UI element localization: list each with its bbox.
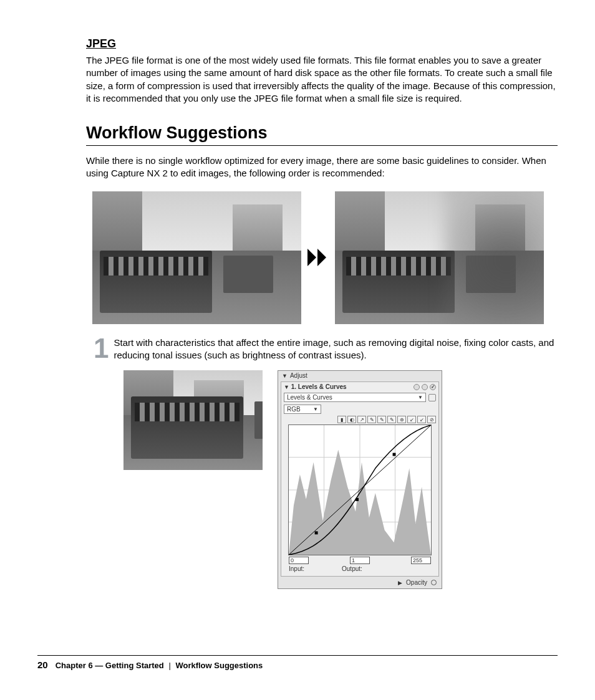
photo-before — [92, 191, 301, 324]
output-label: Output: — [342, 565, 362, 572]
opacity-row[interactable]: ▶ Opacity — [278, 578, 442, 588]
dropdown-label: Levels & Curves — [287, 394, 332, 401]
svg-rect-11 — [393, 453, 396, 456]
levels-curves-section: ▼ 1. Levels & Curves ✓ Levels & Curves ▼… — [281, 381, 439, 577]
io-labels: Input: Output: — [289, 565, 431, 572]
gamma[interactable]: 1 — [350, 557, 370, 564]
photo-after — [335, 191, 544, 324]
tool-icon[interactable]: ✎ — [367, 416, 376, 423]
page-footer: 20 Chapter 6 — Getting Started | Workflo… — [37, 655, 558, 670]
input-min[interactable]: 0 — [289, 557, 309, 564]
histogram-curve[interactable] — [288, 424, 432, 555]
step-1: 1 Start with characteristics that affect… — [86, 335, 558, 362]
disclosure-triangle-icon[interactable]: ▼ — [284, 384, 289, 390]
triangle-right-icon: ▶ — [398, 580, 402, 586]
tool-icon[interactable]: ⊘ — [427, 416, 436, 423]
reset-icon[interactable] — [428, 394, 436, 401]
step-text: Start with characteristics that affect t… — [114, 335, 558, 362]
opacity-label: Opacity — [406, 579, 427, 586]
footer-section: Workflow Suggestions — [175, 661, 263, 670]
input-label: Input: — [289, 565, 304, 572]
figure-row-before-after — [86, 191, 558, 324]
photo-edited — [123, 370, 263, 470]
adjust-panel: ▼ Adjust ▼ 1. Levels & Curves ✓ Levels &… — [278, 370, 442, 589]
tool-icon[interactable]: ⊕ — [397, 416, 406, 423]
jpeg-heading: JPEG — [86, 37, 558, 50]
opacity-toggle[interactable] — [431, 580, 437, 585]
tool-icon[interactable]: ↗ — [357, 416, 366, 423]
svg-marker-0 — [307, 249, 316, 266]
channel-dropdown[interactable]: RGB ▼ — [284, 405, 321, 414]
tool-icon[interactable]: ↙ — [417, 416, 426, 423]
chevron-down-icon: ▼ — [313, 406, 318, 412]
tool-icon[interactable]: ↙ — [407, 416, 416, 423]
tool-icon[interactable]: ◐ — [347, 416, 356, 423]
adjustment-type-dropdown[interactable]: Levels & Curves ▼ — [284, 393, 426, 402]
adjust-label: Adjust — [290, 372, 307, 379]
step-number: 1 — [94, 337, 109, 360]
disclosure-triangle-icon: ▼ — [282, 373, 288, 379]
svg-marker-1 — [317, 249, 326, 266]
dropdown-label: RGB — [287, 406, 301, 413]
enable-checkbox[interactable]: ✓ — [430, 384, 436, 390]
tool-icon[interactable]: ✎ — [377, 416, 386, 423]
footer-chapter: Chapter 6 — Getting Started — [56, 661, 164, 670]
tool-icon[interactable]: ▮ — [337, 416, 346, 423]
jpeg-body: The JPEG file format is one of the most … — [86, 54, 558, 105]
value-row: 0 1 255 — [289, 557, 431, 564]
panel-row: ▼ Adjust ▼ 1. Levels & Curves ✓ Levels &… — [86, 370, 558, 589]
section-title: 1. Levels & Curves — [291, 383, 347, 390]
svg-rect-9 — [315, 531, 318, 534]
adjust-header[interactable]: ▼ Adjust — [278, 371, 442, 380]
double-arrow-icon — [307, 249, 329, 266]
workflow-intro: While there is no single workflow optimi… — [86, 155, 558, 180]
panel-icon[interactable] — [414, 384, 420, 390]
footer-separator: | — [168, 661, 170, 670]
chevron-down-icon: ▼ — [418, 395, 423, 400]
input-max[interactable]: 255 — [411, 557, 431, 564]
workflow-heading: Workflow Suggestions — [86, 123, 558, 146]
tool-icon[interactable]: ✎ — [387, 416, 396, 423]
page-number: 20 — [37, 659, 48, 670]
curve-tools: ▮ ◐ ↗ ✎ ✎ ✎ ⊕ ↙ ↙ ⊘ — [284, 416, 436, 423]
svg-rect-10 — [356, 498, 359, 501]
panel-icon[interactable] — [422, 384, 428, 390]
